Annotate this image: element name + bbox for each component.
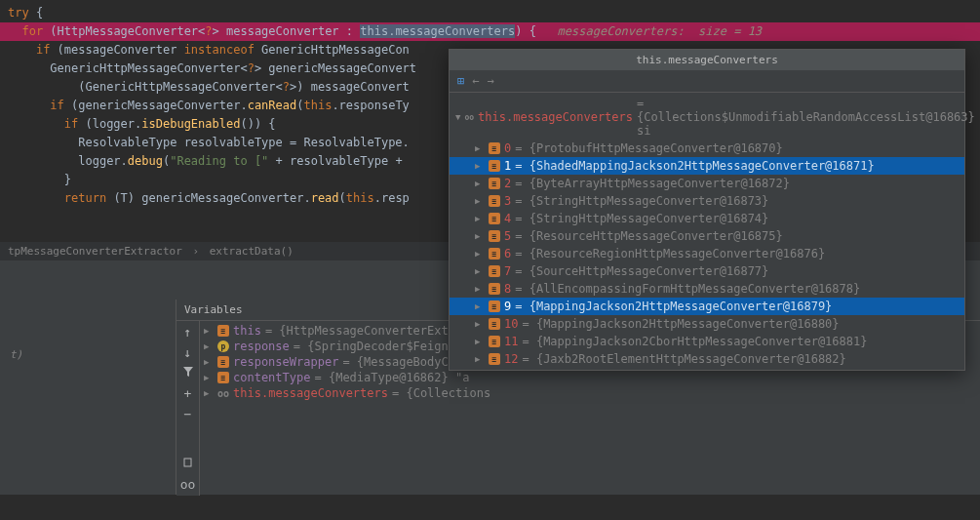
- popup-item-row[interactable]: ▶≡ 0 = {ProtobufHttpMessageConverter@168…: [450, 140, 964, 157]
- glasses-icon[interactable]: oo: [180, 477, 196, 492]
- nav-forward-icon[interactable]: →: [487, 74, 493, 88]
- popup-root-row[interactable]: ▼oothis.messageConverters = {Collections…: [450, 95, 964, 140]
- array-value: = {MappingJackson2HttpMessageConverter@1…: [515, 300, 832, 313]
- popup-item-row[interactable]: ▶≡ 3 = {StringHttpMessageConverter@16873…: [450, 192, 964, 210]
- add-icon[interactable]: +: [184, 386, 192, 401]
- variables-title: Variables: [184, 303, 243, 316]
- expand-arrow-icon[interactable]: ▶: [475, 161, 485, 171]
- array-value: = {StringHttpMessageConverter@16874}: [515, 212, 768, 225]
- field-badge-icon: ≡: [489, 230, 500, 242]
- popup-item-row[interactable]: ▶≡ 2 = {ByteArrayHttpMessageConverter@16…: [450, 175, 964, 192]
- popup-root-value: = {Collections$UnmodifiableRandomAccessL…: [637, 97, 975, 138]
- code-line[interactable]: try {: [0, 4, 980, 22]
- field-badge-icon: ≡: [489, 336, 500, 347]
- expand-arrow-icon[interactable]: ▶: [475, 196, 485, 206]
- variable-badge-icon: ≡: [217, 372, 229, 383]
- variable-value: = {SpringDecoder$FeignRes: [294, 340, 470, 353]
- popup-root-name: this.messageConverters: [478, 110, 633, 124]
- expand-arrow-icon[interactable]: ▶: [475, 337, 485, 346]
- copy-icon[interactable]: [182, 457, 194, 471]
- popup-item-row[interactable]: ▶≡ 12 = {Jaxb2RootElementHttpMessageConv…: [450, 350, 964, 368]
- popup-item-row[interactable]: ▶≡ 6 = {ResourceRegionHttpMessageConvert…: [450, 245, 964, 262]
- filter-icon[interactable]: [182, 366, 194, 380]
- expand-arrow-icon[interactable]: ▶: [475, 231, 485, 241]
- expand-arrow-icon[interactable]: ▶: [475, 301, 485, 311]
- variable-badge-icon: ≡: [217, 356, 229, 368]
- expand-arrow-icon[interactable]: ▶: [204, 373, 214, 382]
- expand-arrow-icon[interactable]: ▶: [475, 214, 485, 223]
- popup-item-row[interactable]: ▶≡ 1 = {ShadedMappingJackson2HttpMessage…: [450, 157, 964, 175]
- array-value: = {AllEncompassingFormHttpMessageConvert…: [515, 282, 860, 296]
- expand-arrow-icon[interactable]: ▶: [475, 354, 485, 364]
- array-value: = {ProtobufHttpMessageConverter@16870}: [515, 141, 783, 155]
- array-index: 10: [504, 317, 518, 331]
- variable-row[interactable]: ▶oothis.messageConverters = {Collections: [200, 385, 980, 401]
- breadcrumb-class[interactable]: tpMessageConverterExtractor: [8, 245, 182, 258]
- popup-tree[interactable]: ▼oothis.messageConverters = {Collections…: [450, 93, 964, 370]
- array-value: = {Jaxb2RootElementHttpMessageConverter@…: [522, 352, 845, 366]
- expand-arrow-icon[interactable]: ▶: [475, 143, 485, 153]
- expand-arrow-icon[interactable]: ▶: [204, 341, 214, 351]
- expand-arrow-icon[interactable]: ▶: [204, 326, 214, 336]
- new-watch-icon[interactable]: ⊞: [457, 74, 464, 88]
- array-index: 7: [504, 264, 511, 278]
- array-index: 6: [504, 247, 511, 260]
- popup-item-row[interactable]: ▶≡ 4 = {StringHttpMessageConverter@16874…: [450, 210, 964, 227]
- popup-item-row[interactable]: ▶≡ 8 = {AllEncompassingFormHttpMessageCo…: [450, 280, 964, 298]
- popup-title: this.messageConverters: [450, 50, 964, 70]
- variable-name: this.messageConverters: [233, 386, 388, 400]
- expand-arrow-icon[interactable]: ▶: [475, 249, 485, 259]
- arrow-up-icon[interactable]: ↑: [184, 325, 192, 340]
- popup-item-row[interactable]: ▶≡ 10 = {MappingJackson2HttpMessageConve…: [450, 315, 964, 333]
- array-index: 5: [504, 229, 511, 243]
- array-index: 8: [504, 282, 511, 296]
- variable-name: this: [233, 324, 261, 338]
- variables-toolbar: ↑ ↓ + − oo: [176, 321, 200, 496]
- array-value: = {SourceHttpMessageConverter@16877}: [515, 264, 768, 278]
- expand-arrow-icon[interactable]: ▶: [475, 284, 485, 294]
- field-badge-icon: ≡: [489, 248, 500, 260]
- popup-item-row[interactable]: ▶≡ 11 = {MappingJackson2CborHttpMessageC…: [450, 333, 964, 350]
- popup-item-row[interactable]: ▶≡ 7 = {SourceHttpMessageConverter@16877…: [450, 262, 964, 280]
- array-value: = {MappingJackson2HttpMessageConverter@1…: [522, 317, 839, 331]
- variable-name: responseWrapper: [233, 355, 338, 369]
- variable-name: response: [233, 340, 290, 353]
- array-value: = {ResourceRegionHttpMessageConverter@16…: [515, 247, 825, 260]
- variable-badge-icon: oo: [217, 387, 229, 399]
- array-value: = {ByteArrayHttpMessageConverter@16872}: [515, 177, 790, 190]
- variable-name: contentType: [233, 371, 310, 384]
- remove-icon[interactable]: −: [184, 407, 192, 421]
- expand-arrow-icon[interactable]: ▶: [204, 388, 214, 398]
- variable-value: = {MessageBodyCl: [342, 355, 455, 369]
- expand-arrow-icon[interactable]: ▶: [475, 319, 485, 329]
- expand-arrow-icon[interactable]: ▶: [204, 357, 214, 367]
- field-badge-icon: ≡: [489, 178, 500, 189]
- field-badge-icon: ≡: [489, 142, 500, 154]
- array-value: = {StringHttpMessageConverter@16873}: [515, 194, 768, 208]
- arrow-down-icon[interactable]: ↓: [184, 345, 192, 360]
- popup-item-row[interactable]: ▶≡ 9 = {MappingJackson2HttpMessageConver…: [450, 298, 964, 315]
- popup-toolbar: ⊞ ← →: [450, 70, 964, 93]
- field-badge-icon: ≡: [489, 318, 500, 330]
- variable-badge-icon: ≡: [217, 325, 229, 337]
- variable-badge-icon: p: [217, 340, 229, 352]
- expand-arrow-icon[interactable]: ▶: [475, 179, 485, 188]
- variable-row[interactable]: ▶≡contentType = {MediaType@16862} "a: [200, 370, 980, 385]
- breadcrumb-method[interactable]: extractData(): [210, 245, 294, 258]
- expand-arrow-icon[interactable]: ▶: [475, 266, 485, 276]
- array-index: 3: [504, 194, 511, 208]
- nav-back-icon[interactable]: ←: [472, 74, 479, 88]
- code-line-highlighted[interactable]: for (HttpMessageConverter<?> messageConv…: [0, 22, 980, 41]
- popup-item-row[interactable]: ▶≡ 5 = {ResourceHttpMessageConverter@168…: [450, 227, 964, 245]
- array-index: 12: [504, 352, 518, 366]
- array-index: 1: [504, 159, 511, 173]
- field-badge-icon: ≡: [489, 265, 500, 277]
- collapse-arrow-icon[interactable]: ▼: [455, 112, 460, 122]
- array-index: 4: [504, 212, 511, 225]
- variable-value: = {MediaType@16862} "a: [314, 371, 469, 384]
- array-index: 11: [504, 335, 518, 348]
- glasses-icon: oo: [464, 111, 474, 123]
- svg-rect-0: [184, 459, 191, 466]
- evaluate-expression-popup[interactable]: this.messageConverters ⊞ ← → ▼oothis.mes…: [449, 49, 965, 371]
- frames-pane[interactable]: t): [0, 300, 176, 495]
